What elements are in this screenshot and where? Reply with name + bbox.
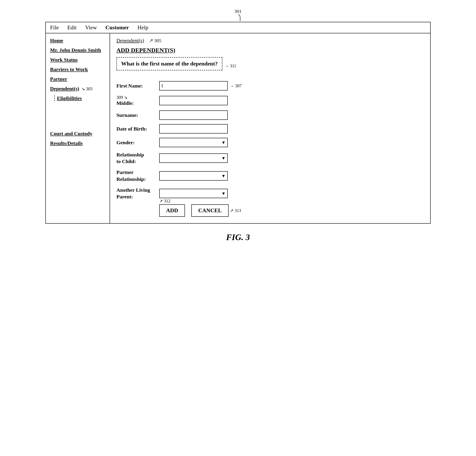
- form-row-gender: Gender: Male Female: [116, 138, 424, 147]
- select-relationship[interactable]: [159, 153, 228, 163]
- menu-bar: File Edit View Customer Help: [46, 22, 430, 33]
- sidebar-item-eligibilities[interactable]: Eligibilities: [54, 95, 105, 101]
- ref-arrow-301: [232, 15, 244, 21]
- select-wrapper-another-parent: [159, 189, 228, 198]
- menu-view[interactable]: View: [85, 24, 97, 31]
- form-row-partner-rel: PartnerRelationship:: [116, 169, 424, 182]
- label-dob: Date of Birth:: [116, 126, 159, 132]
- label-middle: Middle:: [116, 100, 134, 106]
- main-window: File Edit View Customer Help Home Mr. Jo…: [45, 22, 431, 224]
- select-wrapper-gender: Male Female: [159, 138, 228, 147]
- form-row-another-parent: Another LivingParent:: [116, 187, 424, 200]
- form-row-surname: Surname:: [116, 110, 424, 120]
- ref-312-label: ↗ 312: [159, 198, 170, 203]
- menu-help[interactable]: Help: [137, 24, 148, 31]
- button-area: ↗ 312 ADD CANCEL ↗ 313: [116, 204, 424, 217]
- input-surname[interactable]: [159, 110, 228, 120]
- sidebar-item-work-status[interactable]: Work Status: [50, 57, 105, 63]
- menu-edit[interactable]: Edit: [67, 24, 76, 31]
- sidebar-item-results-details[interactable]: Results/Details: [50, 140, 105, 146]
- sidebar-item-barriers[interactable]: Barriers to Work: [50, 67, 105, 72]
- label-relationship: Relationshipto Child:: [116, 152, 159, 165]
- select-partner-rel[interactable]: [159, 171, 228, 181]
- form-row-first-name: First Name: → 307: [116, 81, 424, 91]
- sidebar-item-home[interactable]: Home: [50, 38, 105, 43]
- label-first-name: First Name:: [116, 83, 159, 89]
- content-area: Home Mr. John Dennis Smith Work Status B…: [46, 33, 430, 223]
- hint-ref-311: → 311: [224, 64, 236, 68]
- input-first-name[interactable]: [159, 81, 228, 91]
- window-ref-label: 301: [235, 8, 242, 14]
- ref-313-label: ↗ 313: [230, 208, 241, 213]
- add-button[interactable]: ADD: [159, 204, 185, 217]
- sidebar-ref-303: ↘ 303: [81, 86, 93, 91]
- menu-file[interactable]: File: [50, 24, 59, 31]
- select-gender[interactable]: Male Female: [159, 138, 228, 147]
- sidebar-item-court-custody[interactable]: Court and Custody: [50, 131, 105, 136]
- sidebar-item-partner[interactable]: Partner: [50, 76, 105, 82]
- page-heading: ADD DEPENDENT(S): [116, 47, 424, 54]
- select-another-parent[interactable]: [159, 189, 228, 198]
- main-content-area: Dependent(s) ↗ 305 ADD DEPENDENT(S) What…: [110, 33, 430, 223]
- input-middle[interactable]: [159, 96, 228, 105]
- form-section: First Name: → 307 309 ↘ Middle: Surname:: [116, 79, 424, 219]
- sidebar-item-dependents[interactable]: Dependent(s): [50, 86, 79, 92]
- select-wrapper-partner-rel: [159, 171, 228, 181]
- ref-307: → 307: [230, 84, 242, 88]
- select-wrapper-relationship: [159, 153, 228, 163]
- label-partner-rel: PartnerRelationship:: [116, 169, 159, 182]
- sidebar-item-customer-name[interactable]: Mr. John Dennis Smith: [50, 47, 105, 53]
- form-row-middle: 309 ↘ Middle:: [116, 95, 424, 106]
- sidebar: Home Mr. John Dennis Smith Work Status B…: [46, 33, 110, 223]
- label-surname: Surname:: [116, 112, 159, 118]
- form-row-relationship: Relationshipto Child:: [116, 152, 424, 165]
- label-gender: Gender:: [116, 140, 159, 145]
- breadcrumb-ref: ↗ 305: [149, 38, 161, 43]
- hint-box: What is the first name of the dependent?: [116, 57, 222, 70]
- figure-caption: FIG. 3: [226, 232, 250, 242]
- breadcrumb-link[interactable]: Dependent(s): [116, 38, 144, 43]
- ref-309-label: 309 ↘: [116, 95, 159, 100]
- form-row-dob: Date of Birth:: [116, 124, 424, 134]
- menu-customer[interactable]: Customer: [105, 24, 129, 31]
- label-another-parent: Another LivingParent:: [116, 187, 159, 200]
- cancel-button[interactable]: CANCEL: [191, 204, 229, 217]
- input-dob[interactable]: [159, 124, 228, 134]
- breadcrumb-section: Dependent(s) ↗ 305: [116, 38, 424, 43]
